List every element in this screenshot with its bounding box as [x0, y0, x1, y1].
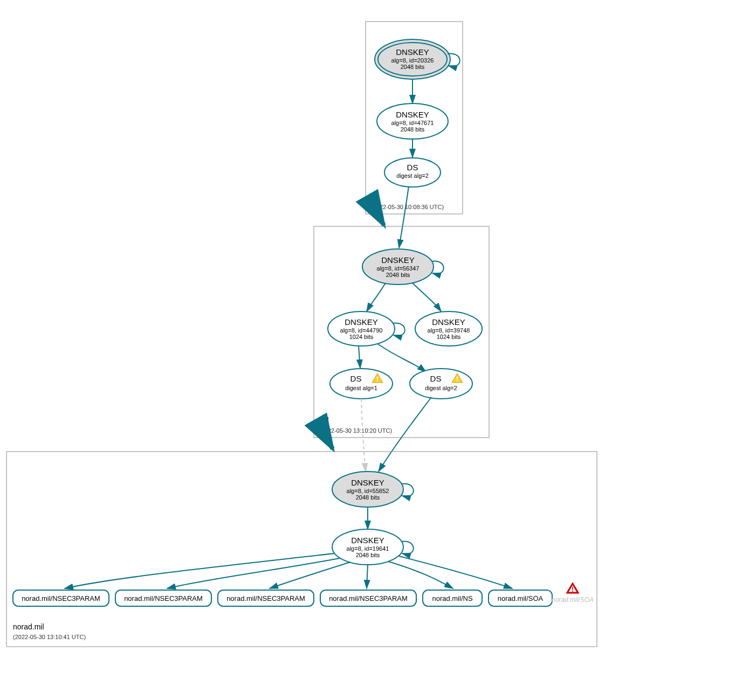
- rrset-nsec3param-4: norad.mil/NSEC3PARAM: [320, 590, 416, 606]
- svg-text:!: !: [376, 375, 379, 383]
- node-root-zsk: DNSKEY alg=8, id=47671 2048 bits: [377, 103, 448, 139]
- svg-text:alg=8, id=19641: alg=8, id=19641: [347, 545, 389, 552]
- svg-text:digest alg=2: digest alg=2: [396, 172, 429, 179]
- zone-norad-label: norad.mil: [13, 622, 44, 631]
- svg-text:alg=8, id=55852: alg=8, id=55852: [347, 488, 389, 494]
- rrset-soa-ghost: norad.mil/SOA !: [552, 584, 594, 604]
- svg-text:alg=8, id=56347: alg=8, id=56347: [377, 265, 419, 272]
- svg-text:DS: DS: [350, 374, 362, 383]
- error-icon: !: [567, 584, 578, 593]
- node-mil-ksk: DNSKEY alg=8, id=56347 2048 bits: [362, 249, 444, 285]
- zone-root-timestamp: (2022-05-30 10:08:36 UTC): [371, 204, 444, 210]
- node-root-ds: DS digest alg=2: [384, 158, 441, 187]
- rrset-nsec3param-1: norad.mil/NSEC3PARAM: [13, 590, 109, 606]
- zone-norad: norad.mil (2022-05-30 13:10:41 UTC) DNSK…: [6, 452, 597, 647]
- svg-text:DNSKEY: DNSKEY: [396, 110, 429, 119]
- zone-root: . (2022-05-30 10:08:36 UTC) DNSKEY alg=8…: [366, 22, 463, 214]
- rrset-nsec3param-3: norad.mil/NSEC3PARAM: [218, 590, 314, 606]
- svg-text:!: !: [456, 375, 458, 383]
- svg-text:alg=8, id=39748: alg=8, id=39748: [428, 327, 470, 334]
- node-mil-ds2: DS digest alg=2 !: [410, 369, 472, 399]
- svg-text:!: !: [572, 586, 574, 593]
- svg-text:digest alg=2: digest alg=2: [425, 385, 457, 391]
- node-mil-zsk1: DNSKEY alg=8, id=44790 1024 bits: [328, 311, 405, 346]
- svg-text:DS: DS: [407, 163, 418, 172]
- svg-text:1024 bits: 1024 bits: [349, 334, 374, 340]
- svg-text:digest alg=1: digest alg=1: [345, 385, 377, 391]
- svg-text:alg=8, id=20326: alg=8, id=20326: [391, 57, 434, 64]
- svg-text:DNSKEY: DNSKEY: [396, 47, 429, 57]
- svg-text:alg=8, id=47671: alg=8, id=47671: [391, 120, 434, 126]
- svg-text:norad.mil/NS: norad.mil/NS: [432, 594, 472, 602]
- svg-text:norad.mil/SOA: norad.mil/SOA: [552, 596, 594, 604]
- zone-root-label: .: [371, 192, 373, 201]
- svg-text:2048 bits: 2048 bits: [386, 272, 410, 278]
- zone-mil: mil (2022-05-30 13:10:20 UTC) DNSKEY alg…: [314, 226, 489, 438]
- node-mil-ds1: DS digest alg=1 !: [330, 369, 393, 399]
- svg-point-26: [330, 369, 393, 399]
- node-root-ksk: DNSKEY alg=8, id=20326 2048 bits: [375, 39, 460, 79]
- svg-text:2048 bits: 2048 bits: [356, 552, 380, 558]
- svg-text:norad.mil/NSEC3PARAM: norad.mil/NSEC3PARAM: [124, 594, 203, 602]
- node-norad-zsk: DNSKEY alg=8, id=19641 2048 bits: [332, 529, 414, 565]
- svg-text:2048 bits: 2048 bits: [401, 126, 425, 133]
- svg-text:DNSKEY: DNSKEY: [345, 317, 378, 327]
- svg-text:2048 bits: 2048 bits: [401, 64, 425, 70]
- svg-text:1024 bits: 1024 bits: [437, 334, 461, 340]
- zone-mil-label: mil: [319, 416, 329, 425]
- zone-norad-timestamp: (2022-05-30 13:10:41 UTC): [13, 634, 86, 640]
- svg-rect-34: [6, 452, 597, 647]
- dnssec-graph: . (2022-05-30 10:08:36 UTC) DNSKEY alg=8…: [0, 0, 729, 700]
- rrset-nsec3param-2: norad.mil/NSEC3PARAM: [115, 590, 211, 606]
- svg-text:alg=8, id=44790: alg=8, id=44790: [340, 327, 383, 334]
- svg-text:norad.mil/SOA: norad.mil/SOA: [498, 594, 544, 602]
- svg-text:DS: DS: [430, 374, 442, 383]
- svg-text:norad.mil/NSEC3PARAM: norad.mil/NSEC3PARAM: [226, 594, 305, 602]
- svg-text:DNSKEY: DNSKEY: [351, 536, 384, 545]
- svg-text:DNSKEY: DNSKEY: [351, 478, 384, 487]
- svg-text:DNSKEY: DNSKEY: [381, 255, 415, 265]
- svg-text:DNSKEY: DNSKEY: [432, 317, 465, 327]
- rrset-soa: norad.mil/SOA: [489, 590, 552, 606]
- node-norad-ksk: DNSKEY alg=8, id=55852 2048 bits: [332, 472, 414, 507]
- svg-text:norad.mil/NSEC3PARAM: norad.mil/NSEC3PARAM: [22, 594, 100, 602]
- zone-mil-timestamp: (2022-05-30 13:10:20 UTC): [319, 427, 392, 434]
- svg-text:2048 bits: 2048 bits: [356, 494, 380, 501]
- svg-text:norad.mil/NSEC3PARAM: norad.mil/NSEC3PARAM: [329, 594, 408, 602]
- svg-point-30: [410, 369, 472, 399]
- node-mil-zsk2: DNSKEY alg=8, id=39748 1024 bits: [415, 311, 482, 346]
- rrset-ns: norad.mil/NS: [423, 590, 482, 606]
